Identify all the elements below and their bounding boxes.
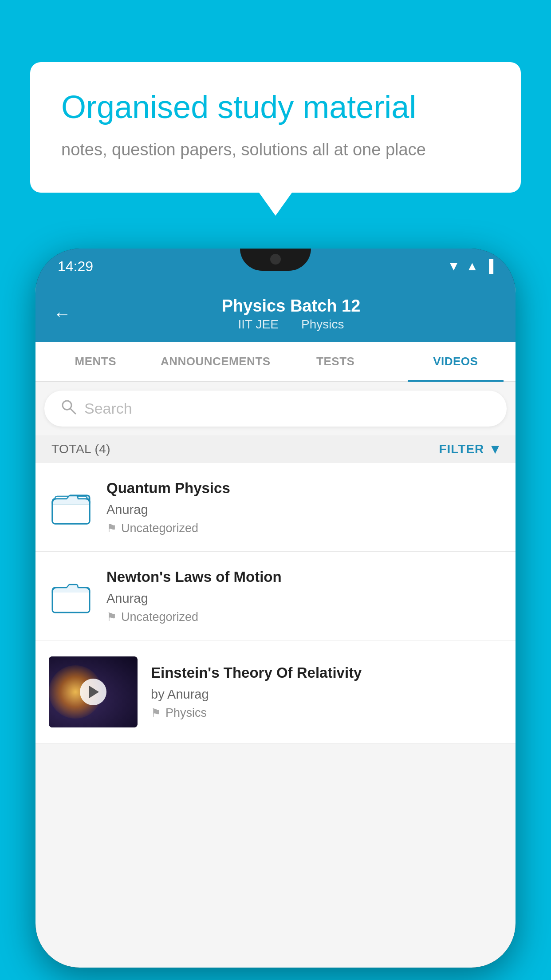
header-title-group: Physics Batch 12 IIT JEE Physics <box>84 296 498 332</box>
filter-row: TOTAL (4) FILTER ▼ <box>35 435 516 463</box>
video-tag: ⚑ Uncategorized <box>106 522 502 535</box>
filter-label: FILTER <box>439 442 484 456</box>
phone-screen: ← Physics Batch 12 IIT JEE Physics MENTS… <box>35 284 516 968</box>
tag-icon: ⚑ <box>151 706 161 720</box>
phone-frame: 14:29 ▼ ▲ ▐ ← Physics Batch 12 IIT JEE P… <box>35 249 516 968</box>
speech-bubble-headline: Organised study material <box>61 89 490 126</box>
list-item[interactable]: Quantum Physics Anurag ⚑ Uncategorized <box>35 463 516 552</box>
speech-bubble: Organised study material notes, question… <box>30 62 521 193</box>
video-list: Quantum Physics Anurag ⚑ Uncategorized <box>35 463 516 744</box>
video-info: Quantum Physics Anurag ⚑ Uncategorized <box>106 479 502 535</box>
app-header: ← Physics Batch 12 IIT JEE Physics <box>35 284 516 342</box>
tabs-bar: MENTS ANNOUNCEMENTS TESTS VIDEOS <box>35 342 516 382</box>
speech-bubble-subtext: notes, question papers, solutions all at… <box>61 138 490 162</box>
subtitle-part2: Physics <box>301 317 344 331</box>
battery-icon: ▐ <box>484 259 493 273</box>
back-button[interactable]: ← <box>53 304 71 324</box>
tab-ments[interactable]: MENTS <box>35 342 156 381</box>
video-author: Anurag <box>106 502 502 517</box>
total-label: TOTAL (4) <box>51 442 110 456</box>
video-title: Newton's Laws of Motion <box>106 568 502 587</box>
search-input[interactable]: Search <box>84 400 132 417</box>
video-tag: ⚑ Physics <box>151 706 502 720</box>
notch-camera <box>270 254 281 265</box>
header-title: Physics Batch 12 <box>84 296 498 316</box>
filter-icon: ▼ <box>488 442 502 457</box>
tab-videos[interactable]: VIDEOS <box>396 342 516 381</box>
phone-notch <box>240 249 311 271</box>
subtitle-part1: IIT JEE <box>238 317 279 331</box>
tag-icon: ⚑ <box>106 610 117 624</box>
video-tag: ⚑ Uncategorized <box>106 610 502 624</box>
status-time: 14:29 <box>58 258 93 275</box>
video-author: by Anurag <box>151 687 502 702</box>
tab-announcements[interactable]: ANNOUNCEMENTS <box>156 342 276 381</box>
search-icon <box>60 399 76 419</box>
list-item[interactable]: Einstein's Theory Of Relativity by Anura… <box>35 640 516 744</box>
video-info: Einstein's Theory Of Relativity by Anura… <box>151 664 502 720</box>
header-subtitle: IIT JEE Physics <box>84 317 498 332</box>
search-bar[interactable]: Search <box>44 391 507 427</box>
folder-icon <box>49 573 93 618</box>
video-author: Anurag <box>106 591 502 606</box>
video-info: Newton's Laws of Motion Anurag ⚑ Uncateg… <box>106 568 502 624</box>
tab-tests[interactable]: TESTS <box>276 342 396 381</box>
folder-icon <box>49 485 93 529</box>
video-title: Quantum Physics <box>106 479 502 498</box>
tag-icon: ⚑ <box>106 522 117 535</box>
video-title: Einstein's Theory Of Relativity <box>151 664 502 683</box>
status-bar: 14:29 ▼ ▲ ▐ <box>35 249 516 284</box>
wifi-icon: ▼ <box>448 259 460 273</box>
signal-icon: ▲ <box>466 259 478 273</box>
list-item[interactable]: Newton's Laws of Motion Anurag ⚑ Uncateg… <box>35 552 516 640</box>
video-thumbnail <box>49 656 138 727</box>
speech-bubble-container: Organised study material notes, question… <box>30 62 521 193</box>
svg-line-1 <box>71 409 75 414</box>
filter-button[interactable]: FILTER ▼ <box>439 442 502 457</box>
status-icons: ▼ ▲ ▐ <box>448 259 493 273</box>
